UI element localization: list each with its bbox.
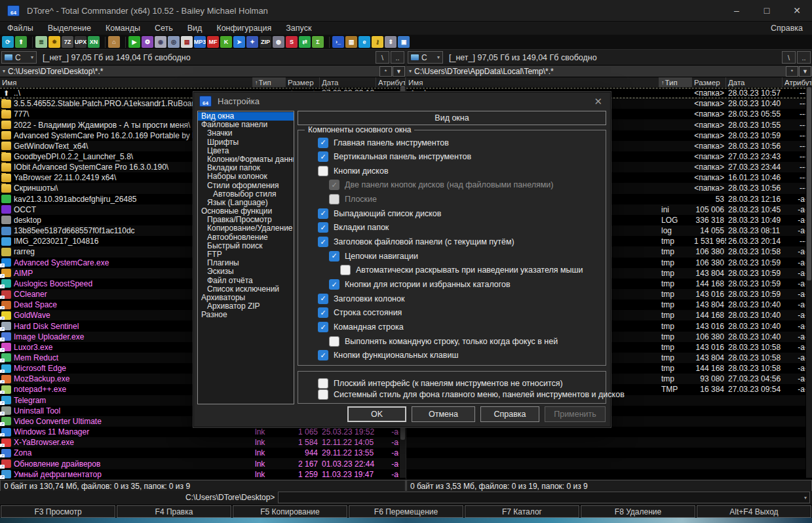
file-row[interactable]	[406, 458, 812, 469]
refresh-icon[interactable]: ⟳	[2, 36, 14, 48]
sigma-icon[interactable]: Σ	[312, 36, 324, 48]
settings-tree-item[interactable]: Язык (Language)	[198, 199, 294, 207]
menu-item-Команды[interactable]: Команды	[98, 24, 147, 33]
right-up-button[interactable]: ..	[797, 51, 811, 64]
sync-icon[interactable]: ⇄	[299, 36, 311, 48]
right-root-button[interactable]: \	[782, 51, 796, 64]
checkbox[interactable]: ✓	[318, 307, 328, 318]
settings-tree-item[interactable]: Автообновление	[198, 233, 294, 242]
checkbox[interactable]: ✓	[318, 350, 328, 360]
dvd-icon[interactable]: ◎	[168, 36, 180, 48]
checkbox[interactable]	[340, 265, 351, 275]
checkbox[interactable]	[318, 389, 328, 400]
discs-icon[interactable]: ◍	[273, 36, 284, 48]
checkbox[interactable]	[318, 166, 328, 176]
checkbox[interactable]	[318, 378, 328, 389]
checkbox[interactable]: ✓	[329, 180, 339, 190]
settings-tree-item[interactable]: Список исключений	[198, 285, 294, 294]
minimize-button[interactable]: –	[722, 0, 752, 21]
checkbox[interactable]: ✓	[318, 151, 328, 162]
f4-edit-button[interactable]: F4 Правка	[117, 505, 231, 518]
menu-item-Файлы[interactable]: Файлы	[0, 24, 41, 33]
settings-tree-item[interactable]: Разное	[198, 311, 294, 319]
cd-icon[interactable]: ◉	[155, 36, 166, 48]
checkbox[interactable]: ✓	[329, 251, 339, 262]
settings-tree-item[interactable]: Правка/Просмотр	[198, 216, 294, 224]
mp3-tag-icon[interactable]: MP3	[194, 36, 206, 48]
k-lite-icon[interactable]: K	[220, 36, 232, 48]
blue-arrow-icon[interactable]: ➤	[233, 36, 245, 48]
settings-tree-item[interactable]: FTP	[198, 250, 294, 259]
zip-tv-icon[interactable]: ZIP	[260, 36, 271, 48]
command-input[interactable]: ▾	[278, 492, 810, 503]
file-row[interactable]	[406, 448, 812, 458]
checkbox[interactable]: ✓	[318, 294, 328, 304]
menu-item-Сеть[interactable]: Сеть	[147, 24, 180, 33]
file-row[interactable]: ↗Zonalnk94429.11.22 13:55-a--	[0, 448, 406, 458]
right-path-bar[interactable]: ▾ C:\Users\DTore\AppData\Local\Temp\*.* …	[406, 66, 812, 77]
settings-tree-item[interactable]: Значки	[198, 129, 294, 138]
checkbox[interactable]	[329, 194, 339, 204]
checkbox[interactable]: ✓	[318, 222, 328, 233]
cancel-button[interactable]: Отмена	[412, 406, 475, 422]
f6-move-button[interactable]: F6 Перемещение	[349, 505, 463, 518]
settings-tree-item[interactable]: Шрифты	[198, 138, 294, 147]
file-row[interactable]: ↗Умный дефрагментаторlnk1 25911.03.23 19…	[0, 469, 406, 480]
checkbox[interactable]: ✓	[318, 237, 328, 247]
exit-door-icon[interactable]: ⌂	[108, 36, 120, 48]
column-header-Размер[interactable]: Размер	[286, 77, 320, 87]
settings-tree-item[interactable]: Архиваторы	[198, 294, 294, 302]
dialog-titlebar[interactable]: 64 Настройка ✕	[194, 92, 610, 110]
grapes-icon[interactable]: ❂	[142, 36, 153, 48]
altf4-exit-button[interactable]: Alt+F4 Выход	[697, 505, 811, 518]
column-header-Размер[interactable]: Размер	[692, 77, 726, 87]
settings-tree-item[interactable]: Эскизы	[198, 267, 294, 276]
left-history-button[interactable]: ▼	[393, 66, 405, 77]
right-scrollbar[interactable]	[805, 86, 812, 478]
settings-tree-item[interactable]: Наборы колонок	[198, 172, 294, 181]
settings-tree-item[interactable]: Колонки/Форматы данных	[198, 155, 294, 164]
filmstrip-icon[interactable]: ▤	[181, 36, 193, 48]
usb-icon[interactable]: ⇕	[385, 36, 396, 48]
edge-icon[interactable]: e	[358, 36, 370, 48]
column-header-Дата[interactable]: Дата	[726, 77, 783, 87]
help-button[interactable]: Справка	[480, 406, 539, 422]
winrar-icon[interactable]: ▥	[345, 36, 357, 48]
settings-tree-item[interactable]: Плагины	[198, 259, 294, 267]
settings-tree-item[interactable]: Файл отчёта	[198, 277, 294, 285]
chevron-down-icon[interactable]: ▾	[804, 495, 809, 501]
upx-shell-icon[interactable]: UPX	[75, 36, 87, 48]
right-drive-selector[interactable]: C ▾	[408, 51, 443, 64]
file-row[interactable]	[406, 469, 812, 480]
powershell-icon[interactable]: ›_	[332, 36, 344, 48]
file-row[interactable]	[406, 437, 812, 448]
s-red-icon[interactable]: S	[286, 36, 298, 48]
f5-copy-button[interactable]: F5 Копирование	[233, 505, 347, 518]
column-header-Имя[interactable]: Имя	[0, 77, 253, 87]
left-drive-selector[interactable]: C ▾	[1, 51, 37, 64]
settings-tree-item[interactable]: Основные функции	[198, 207, 294, 216]
sfx-7z-icon[interactable]: 7Z	[62, 36, 73, 48]
settings-tree-item[interactable]: Файловые панели	[198, 121, 294, 129]
mf-icon[interactable]: MF	[207, 36, 219, 48]
menu-item-Конфигурация[interactable]: Конфигурация	[209, 24, 279, 33]
right-favorites-button[interactable]: *	[786, 66, 798, 77]
column-header-Тип[interactable]: ↑Тип	[659, 77, 692, 87]
checkbox[interactable]: ✓	[318, 322, 328, 332]
file-row[interactable]: ↗Обновление драйверовlnk2 16701.03.23 22…	[0, 458, 406, 469]
column-header-Дата[interactable]: Дата	[320, 77, 376, 87]
checkbox[interactable]: ✓	[318, 208, 328, 219]
xnview-icon[interactable]: XN	[88, 36, 100, 48]
media-player-icon[interactable]: ▶	[128, 36, 140, 48]
f8-delete-button[interactable]: F8 Удаление	[581, 505, 695, 518]
left-root-button[interactable]: \	[376, 51, 389, 64]
settings-tree-item[interactable]: Вид окна	[198, 112, 294, 121]
folder-up-icon[interactable]: ⬆	[15, 36, 27, 48]
file-row[interactable]: ↗Windows 11 Managerlnk1 06525.03.23 19:5…	[0, 427, 406, 437]
close-button[interactable]: ✕	[782, 0, 812, 21]
settings-tree-item[interactable]: Стили оформления	[198, 182, 294, 190]
menu-item-Выделение[interactable]: Выделение	[41, 24, 98, 33]
left-path-bar[interactable]: ▾ C:\Users\DTore\Desktop\*.* * ▼	[0, 66, 406, 77]
apply-button[interactable]: Применить	[545, 406, 606, 422]
left-favorites-button[interactable]: *	[379, 66, 392, 77]
